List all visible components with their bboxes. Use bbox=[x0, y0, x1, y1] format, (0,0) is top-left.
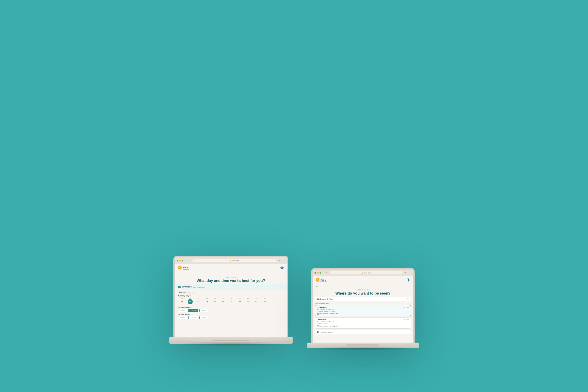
right-url-bar[interactable]: 🔒 kare.mdo bbox=[330, 271, 402, 274]
day-column: Tu 24 bbox=[252, 298, 260, 304]
url-text: kare.mdo bbox=[232, 260, 239, 262]
time-slot-button[interactable]: 1:00p bbox=[199, 316, 209, 320]
right-back-button[interactable]: ← bbox=[313, 284, 413, 288]
time-slots-row: 9:00a10:00a1:00p bbox=[178, 316, 284, 320]
day-column: Fr 20 bbox=[219, 298, 227, 304]
right-search-box[interactable]: 🔍 bbox=[315, 297, 411, 301]
next-month-button[interactable]: › bbox=[192, 291, 195, 294]
right-user-icon[interactable]: 👤 bbox=[407, 278, 410, 282]
day-number-button[interactable]: 21 bbox=[229, 299, 234, 304]
loc-card-header: Location Title 1.0 miles bbox=[317, 306, 409, 308]
left-laptop-hinge bbox=[212, 340, 249, 341]
day-name-label: Tu bbox=[252, 298, 260, 299]
doctor-name-label: Dr. Kwane Watson bbox=[178, 306, 284, 308]
loc-card-availability: 📅 First available: From May 18th bbox=[317, 325, 409, 327]
day-column: Su 22 bbox=[236, 298, 244, 304]
day-column: We 25 bbox=[261, 298, 268, 304]
week-row: Su 15 Mo 16 Tu 17 We 18 Th 19 Fr 20 Sa 2… bbox=[178, 298, 284, 304]
day-number-button[interactable]: 19 bbox=[212, 299, 217, 304]
day-number-button[interactable]: 18 bbox=[204, 299, 209, 304]
right-browser-actions: ⬆ + ⋯ bbox=[405, 272, 411, 274]
back-nav-icon[interactable]: ‹ bbox=[185, 259, 187, 262]
day-number-button[interactable]: 22 bbox=[237, 299, 242, 304]
maximize-button[interactable] bbox=[182, 260, 183, 262]
right-lock-icon: 🔒 bbox=[362, 272, 364, 274]
loc-card-distance: 1.0 miles bbox=[403, 306, 409, 308]
search-icon[interactable]: 🔍 bbox=[407, 298, 409, 300]
left-screen: k kare 👤 ← STEP 4 / 5 What day and time … bbox=[175, 264, 287, 337]
left-laptop-shadow bbox=[175, 342, 287, 346]
left-kare-logo: k kare bbox=[178, 266, 189, 270]
locations-near-label: Locations near you: bbox=[315, 302, 411, 304]
right-share-icon[interactable]: ⬆ bbox=[405, 272, 407, 274]
left-location-bar: 📍 Location Title 301 E. Archer St, Tulsa… bbox=[175, 284, 287, 290]
forward-nav-icon[interactable]: › bbox=[188, 259, 190, 262]
time-slot-button[interactable]: 9:00a bbox=[178, 316, 187, 320]
day-number-button[interactable]: 24 bbox=[254, 299, 259, 304]
right-bookmark-icon[interactable]: + bbox=[408, 272, 409, 274]
right-forward-nav-icon[interactable]: › bbox=[325, 271, 328, 274]
more-icon[interactable]: ⋯ bbox=[283, 260, 285, 262]
day-column: Th 19 bbox=[211, 298, 219, 304]
left-kare-body: ← STEP 4 / 5 What day and time works bes… bbox=[175, 271, 287, 337]
right-kare-header: k kare 👤 bbox=[313, 276, 413, 283]
day-name-label: Sa bbox=[228, 298, 235, 299]
loc-card-doctor: Dr. Kwane Watson, Dr. James bbox=[317, 311, 409, 312]
day-name-label: Tu bbox=[195, 298, 202, 299]
day-column: Su 15 bbox=[178, 298, 186, 304]
share-icon[interactable]: ⬆ bbox=[279, 260, 280, 262]
bookmark-icon[interactable]: + bbox=[281, 260, 282, 262]
prev-month-button[interactable]: ‹ bbox=[188, 291, 191, 294]
day-number-button[interactable]: 17 bbox=[196, 299, 201, 304]
right-url-text: kare.mdo bbox=[364, 272, 371, 274]
right-page-title: Where do you want to be seen? bbox=[313, 291, 413, 297]
minimize-button[interactable] bbox=[179, 260, 181, 262]
day-number-button[interactable]: 20 bbox=[221, 299, 226, 304]
left-url-bar[interactable]: 🔒 kare.mdo bbox=[192, 259, 276, 262]
right-more-icon[interactable]: ⋯ bbox=[410, 272, 411, 274]
right-close-button[interactable] bbox=[314, 272, 316, 274]
time-slot-button[interactable]: 10:00a bbox=[188, 309, 198, 312]
day-column: We 18 bbox=[203, 298, 211, 304]
left-kare-header: k kare 👤 bbox=[175, 264, 287, 271]
loc-card-title: Location Title bbox=[317, 306, 327, 308]
day-number-button[interactable]: 15 bbox=[179, 299, 184, 304]
right-minimize-button[interactable] bbox=[317, 272, 319, 274]
left-step-label: STEP 4 / 5 bbox=[175, 276, 287, 278]
time-slot-button[interactable]: 9:00a bbox=[178, 309, 187, 312]
day-number-button[interactable]: 23 bbox=[246, 299, 251, 304]
right-kare-logo-name: kare bbox=[320, 278, 327, 282]
loc-card-distance: 4.0 miles bbox=[403, 319, 409, 320]
loc-card-doctor: Dr. Kwane Watson bbox=[317, 323, 409, 324]
location-card[interactable]: Location Title 1.0 miles 301 E. Archer S… bbox=[315, 305, 411, 316]
left-laptop: ‹ › 🔒 kare.mdo ⬆ + ⋯ bbox=[169, 256, 293, 346]
close-button[interactable] bbox=[177, 260, 178, 262]
left-doctors: Dr. Kwane Watson 9:00a10:00a2:00p Dr. Ja… bbox=[175, 306, 287, 322]
left-back-button[interactable]: ← bbox=[175, 271, 287, 276]
right-browser-nav: ‹ › bbox=[323, 271, 328, 274]
right-logo-underline bbox=[320, 282, 327, 282]
location-card[interactable]: Location Title 4.0 miles 322 S Denver St… bbox=[315, 317, 411, 328]
logo-underline bbox=[183, 269, 189, 270]
lock-icon: 🔒 bbox=[229, 260, 231, 262]
loc-card-address: 301 E. Archer St, Tulsa, OK bbox=[317, 308, 409, 310]
day-name-label: Mo bbox=[186, 298, 194, 299]
day-name-label: We bbox=[261, 298, 268, 299]
day-number-button[interactable]: 16 bbox=[188, 299, 193, 304]
concierge-label: Concierge service bbox=[320, 332, 333, 333]
user-icon[interactable]: 👤 bbox=[280, 266, 284, 269]
loc-card-availability: 📅 First available: From May 16th bbox=[317, 313, 409, 314]
left-browser-actions: ⬆ + ⋯ bbox=[279, 260, 285, 262]
right-back-nav-icon[interactable]: ‹ bbox=[323, 271, 325, 274]
doctor-section: Dr. Jane James 9:00a10:00a1:00p bbox=[178, 314, 284, 320]
left-browser-chrome: ‹ › 🔒 kare.mdo ⬆ + ⋯ bbox=[175, 257, 287, 264]
right-browser-chrome: ‹ › 🔒 kare.mdo ⬆ + ⋯ bbox=[313, 270, 413, 276]
concierge-card[interactable]: ☎ Concierge service bbox=[315, 330, 411, 335]
right-maximize-button[interactable] bbox=[320, 272, 321, 274]
calendar-icon: 📅 bbox=[317, 313, 319, 314]
time-slot-button[interactable]: 10:00a bbox=[188, 316, 198, 320]
day-number-button[interactable]: 25 bbox=[262, 299, 267, 304]
loc-card-header: Location Title 4.0 miles bbox=[317, 319, 409, 320]
time-slot-button[interactable]: 2:00p bbox=[199, 309, 209, 312]
location-search-input[interactable] bbox=[317, 298, 407, 300]
